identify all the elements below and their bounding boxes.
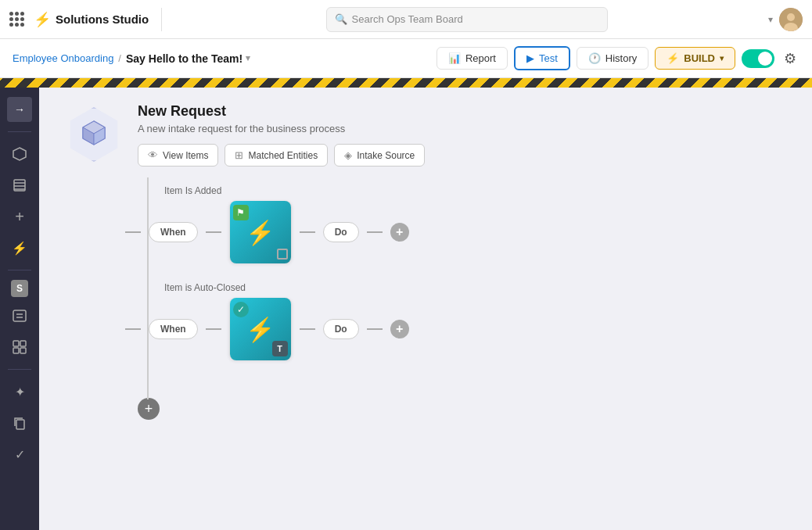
test-button[interactable]: ▶ Test — [514, 46, 570, 70]
svg-marker-3 — [13, 148, 26, 160]
do-label-2: Do — [323, 319, 359, 339]
history-label: History — [605, 52, 637, 64]
build-chevron-icon: ▾ — [720, 54, 724, 63]
item-autoclosed-label: Item is Auto-Closed — [164, 282, 789, 293]
breadcrumb-separator: / — [118, 52, 121, 64]
bolt-icon-2: ⚡ — [246, 316, 275, 343]
report-button[interactable]: 📊 Report — [437, 47, 508, 70]
settings-button[interactable]: ⚙ — [781, 47, 799, 70]
view-items-button[interactable]: 👁 View Items — [138, 144, 218, 167]
svg-rect-8 — [13, 310, 26, 321]
navbar-divider — [161, 8, 162, 31]
build-label: BUILD — [684, 52, 715, 64]
svg-rect-14 — [20, 348, 26, 353]
search-placeholder: Search Ops Team Board — [352, 13, 463, 25]
connector-1d — [367, 231, 383, 233]
view-items-label: View Items — [163, 150, 208, 161]
report-label: Report — [465, 52, 496, 64]
breadcrumb-link[interactable]: Employee Onboarding — [13, 52, 113, 64]
when-label-2: When — [149, 319, 198, 339]
matched-entities-label: Matched Entities — [248, 150, 318, 161]
intake-icon: ◈ — [344, 149, 352, 161]
trigger-card-2[interactable]: ✓ ⚡ T — [229, 298, 292, 360]
node-buttons: 👁 View Items ⊞ Matched Entities ◈ Intake… — [138, 144, 425, 167]
connector-1a — [125, 231, 141, 233]
hex-shape — [66, 107, 121, 162]
sidebar-divider-1 — [8, 131, 31, 132]
sidebar: → + ⚡ S ✦ — [0, 88, 39, 530]
warning-stripe — [0, 78, 812, 88]
svg-rect-15 — [16, 420, 24, 429]
node-title: New Request — [138, 103, 425, 120]
app-logo: ⚡ Solutions Studio — [34, 11, 149, 28]
sidebar-icon-shape[interactable] — [7, 141, 32, 167]
bottom-add-container: + — [138, 379, 789, 420]
sidebar-icon-bolt[interactable]: ⚡ — [7, 235, 32, 260]
t-badge: T — [272, 341, 288, 356]
node-description: A new intake request for the business pr… — [138, 123, 425, 134]
connector-1c — [300, 231, 315, 233]
flow-row-2: When ✓ ⚡ T Do + — [63, 298, 789, 360]
main-layout: → + ⚡ S ✦ — [0, 88, 812, 530]
search-icon: 🔍 — [335, 13, 347, 25]
do-label-1: Do — [323, 222, 359, 242]
apps-grid-icon[interactable] — [9, 12, 24, 27]
canvas: New Request A new intake request for the… — [39, 88, 812, 530]
bolt-logo-icon: ⚡ — [34, 11, 51, 28]
node-hexagon — [63, 103, 125, 166]
chevron-down-icon[interactable]: ▾ — [768, 14, 773, 25]
sidebar-icon-grid[interactable] — [7, 335, 32, 360]
connector-2a — [125, 328, 141, 330]
matched-entities-button[interactable]: ⊞ Matched Entities — [225, 144, 328, 167]
app-title: Solutions Studio — [56, 13, 149, 26]
search-bar[interactable]: 🔍 Search Ops Team Board — [326, 7, 608, 32]
connector-2b — [206, 328, 221, 330]
history-button[interactable]: 🕐 History — [577, 47, 649, 70]
intake-source-label: Intake Source — [357, 150, 415, 161]
avatar[interactable] — [779, 8, 803, 31]
flow-item-added: Item Is Added When ⚑ ⚡ Do — [63, 185, 789, 263]
bolt-icon-1: ⚡ — [246, 219, 275, 246]
sidebar-collapse-button[interactable]: → — [7, 97, 32, 122]
item-added-label: Item Is Added — [164, 185, 789, 196]
breadcrumb-current: Say Hello to the Team! ▾ — [126, 52, 250, 65]
sidebar-icon-star[interactable]: ✦ — [7, 379, 32, 404]
sidebar-icon-add[interactable]: + — [7, 204, 32, 229]
sidebar-icon-copy[interactable] — [7, 410, 32, 435]
node-info: New Request A new intake request for the… — [138, 103, 425, 167]
svg-point-1 — [787, 13, 795, 21]
cube-icon — [80, 118, 108, 152]
sidebar-icon-layers[interactable] — [7, 173, 32, 198]
svg-rect-11 — [13, 341, 19, 346]
flow-row-1: When ⚑ ⚡ Do + — [63, 201, 789, 263]
bottom-add-button[interactable]: + — [138, 398, 160, 420]
eye-icon: 👁 — [148, 149, 158, 161]
intake-source-button[interactable]: ◈ Intake Source — [334, 144, 425, 167]
flow-item-autoclosed: Item is Auto-Closed When ✓ ⚡ T Do — [63, 282, 789, 360]
toggle-switch[interactable] — [742, 49, 774, 68]
report-icon: 📊 — [448, 52, 461, 64]
when-label-1: When — [149, 222, 198, 242]
dropdown-chevron-icon[interactable]: ▾ — [246, 53, 250, 63]
sidebar-divider-2 — [8, 270, 31, 270]
current-page-title: Say Hello to the Team! — [126, 52, 243, 65]
add-button-2[interactable]: + — [390, 320, 409, 338]
navbar: ⚡ Solutions Studio 🔍 Search Ops Team Boa… — [0, 0, 812, 39]
sidebar-icon-list[interactable] — [7, 303, 32, 328]
add-button-1[interactable]: + — [390, 223, 409, 242]
sidebar-icon-s[interactable]: S — [11, 280, 28, 297]
connector-1b — [206, 231, 221, 233]
build-button[interactable]: ⚡ BUILD ▾ — [655, 47, 735, 70]
node-header: New Request A new intake request for the… — [63, 103, 789, 167]
breadcrumb: Employee Onboarding / Say Hello to the T… — [13, 52, 250, 65]
trigger-card-1[interactable]: ⚑ ⚡ — [229, 201, 292, 263]
svg-rect-12 — [20, 341, 26, 346]
test-label: Test — [539, 52, 558, 64]
subheader: Employee Onboarding / Say Hello to the T… — [0, 39, 812, 78]
subheader-actions: 📊 Report ▶ Test 🕐 History ⚡ BUILD ▾ ⚙ — [437, 46, 799, 70]
square-badge-1 — [277, 249, 288, 260]
sidebar-divider-3 — [8, 369, 31, 370]
history-icon: 🕐 — [588, 52, 601, 64]
connector-2c — [300, 328, 315, 330]
sidebar-icon-check[interactable]: ✓ — [7, 442, 32, 467]
